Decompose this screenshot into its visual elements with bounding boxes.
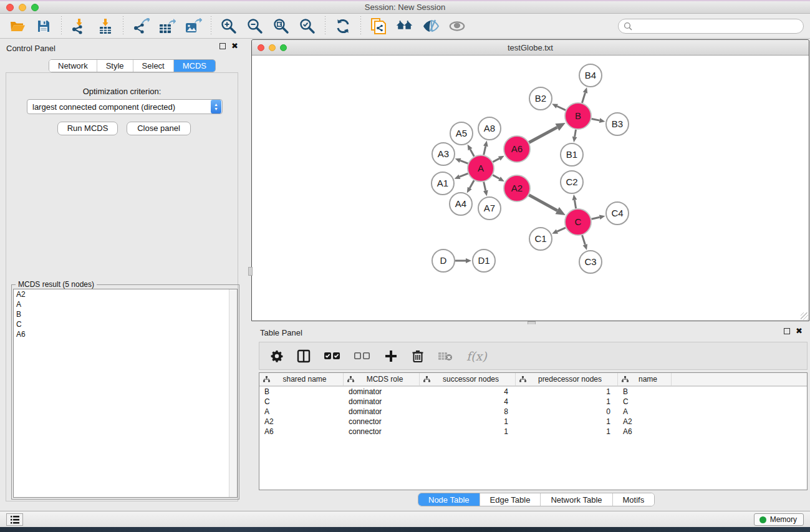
column-header-MCDS-role[interactable]: MCDS role	[344, 373, 420, 385]
graph-edge-A-A4[interactable]	[470, 180, 474, 188]
add-column-icon[interactable]	[384, 349, 398, 363]
table-cell[interactable]: B	[259, 387, 344, 397]
graph-edge-A6-B[interactable]	[529, 127, 557, 142]
graph-edge-A-A5[interactable]	[470, 149, 474, 156]
graph-edge-B-B2[interactable]	[557, 106, 566, 110]
table-cell[interactable]: A6	[259, 427, 344, 437]
tab-network-table[interactable]: Network Table	[541, 493, 612, 506]
deselect-all-checkboxes-icon[interactable]	[354, 352, 370, 360]
zoom-in-icon[interactable]	[220, 17, 238, 35]
float-panel-icon[interactable]	[219, 43, 226, 49]
tab-network[interactable]: Network	[49, 60, 97, 72]
network-canvas[interactable]: B4B2BB3A8A5A6A3B1AC2A1A2A4A7C4CC1DD1C3	[252, 56, 809, 321]
column-layout-icon[interactable]	[297, 349, 311, 363]
table-cell[interactable]: A	[259, 407, 344, 417]
show-hide-style-icon[interactable]	[422, 17, 440, 35]
tab-motifs[interactable]: Motifs	[613, 493, 655, 506]
close-panel-icon[interactable]: ✖	[231, 43, 238, 49]
table-row[interactable]: Adominator80A	[259, 407, 807, 417]
table-cell[interactable]: connector	[344, 417, 420, 427]
graph-edge-C-C3[interactable]	[582, 235, 586, 244]
show-panels-button[interactable]	[6, 513, 23, 526]
tab-edge-table[interactable]: Edge Table	[480, 493, 541, 506]
column-header-successor-nodes[interactable]: successor nodes	[420, 373, 516, 385]
table-cell[interactable]: connector	[344, 427, 420, 437]
export-network-icon[interactable]	[132, 17, 150, 35]
table-cell[interactable]: 1	[516, 417, 618, 427]
table-cell[interactable]: 0	[516, 407, 618, 417]
zoom-fit-icon[interactable]	[272, 17, 290, 35]
network-graph[interactable]: B4B2BB3A8A5A6A3B1AC2A1A2A4A7C4CC1DD1C3	[252, 56, 809, 321]
tab-style[interactable]: Style	[97, 60, 133, 72]
result-list-item[interactable]: C	[14, 319, 237, 329]
graph-edge-A-A1[interactable]	[460, 173, 468, 177]
result-list-item[interactable]: A6	[14, 329, 237, 339]
table-cell[interactable]: dominator	[344, 387, 420, 397]
column-header-predecessor-nodes[interactable]: predecessor nodes	[516, 373, 618, 385]
home-icon[interactable]	[396, 17, 413, 35]
export-image-icon[interactable]	[185, 17, 202, 35]
graph-edge-A-A6[interactable]	[493, 158, 499, 162]
clone-network-icon[interactable]	[370, 17, 387, 35]
table-cell[interactable]: C	[618, 397, 672, 407]
zoom-selected-icon[interactable]	[299, 17, 316, 35]
table-cell[interactable]: C	[259, 397, 344, 407]
table-cell[interactable]: dominator	[344, 407, 420, 417]
column-header-name[interactable]: name	[618, 373, 672, 385]
import-table-icon[interactable]	[97, 17, 114, 35]
search-input[interactable]	[635, 20, 803, 32]
table-row[interactable]: A2connector11A2	[259, 417, 807, 427]
close-panel-button[interactable]: Close panel	[127, 122, 191, 135]
run-mcds-button[interactable]: Run MCDS	[57, 122, 118, 135]
refresh-icon[interactable]	[334, 17, 352, 35]
node-table[interactable]: shared nameMCDS rolesuccessor nodesprede…	[259, 372, 808, 490]
close-table-panel-icon[interactable]: ✖	[796, 328, 803, 334]
table-cell[interactable]: 1	[516, 387, 618, 397]
float-table-panel-icon[interactable]	[784, 328, 790, 334]
table-cell[interactable]: dominator	[344, 397, 420, 407]
memory-button[interactable]: Memory	[754, 513, 804, 526]
import-network-icon[interactable]	[70, 17, 88, 35]
table-cell[interactable]: 1	[516, 397, 618, 407]
mcds-result-list[interactable]: A2ABCA6	[13, 289, 238, 498]
graph-edge-A-A3[interactable]	[460, 160, 468, 163]
criterion-dropdown[interactable]: largest connected component (directed) ▲…	[27, 99, 223, 114]
graph-edge-B-B1[interactable]	[575, 130, 576, 137]
open-session-icon[interactable]	[9, 17, 26, 35]
table-cell[interactable]: 1	[516, 427, 618, 437]
graph-edge-B-B4[interactable]	[582, 93, 585, 103]
graph-edge-C-C2[interactable]	[574, 200, 576, 209]
delete-column-icon[interactable]	[412, 349, 424, 363]
graph-edge-C-C4[interactable]	[591, 217, 599, 219]
table-cell[interactable]: 4	[420, 397, 516, 407]
table-cell[interactable]: A2	[618, 417, 672, 427]
result-list-item[interactable]: A2	[14, 289, 237, 299]
tab-select[interactable]: Select	[133, 60, 174, 72]
result-list-item[interactable]: A	[14, 299, 237, 309]
table-cell[interactable]: A6	[618, 427, 672, 437]
graph-edge-B-B3[interactable]	[592, 118, 600, 120]
table-cell[interactable]: 8	[420, 407, 516, 417]
window-resize-grip[interactable]	[801, 312, 808, 320]
table-cell[interactable]: B	[618, 387, 672, 397]
search-field[interactable]	[618, 19, 804, 34]
column-header-shared-name[interactable]: shared name	[259, 373, 344, 385]
select-all-checkboxes-icon[interactable]	[324, 352, 340, 360]
network-window-titlebar[interactable]: testGlobe.txt	[252, 40, 809, 56]
table-cell[interactable]: A2	[259, 417, 344, 427]
table-cell[interactable]: 4	[420, 387, 516, 397]
graph-edge-A-A2[interactable]	[493, 175, 499, 179]
table-cell[interactable]: A	[618, 407, 672, 417]
table-row[interactable]: Bdominator41B	[259, 387, 807, 397]
table-cell[interactable]: 1	[420, 417, 516, 427]
graph-edge-A-A8[interactable]	[484, 146, 486, 155]
graph-edge-A-A7[interactable]	[484, 181, 486, 190]
vertical-splitter-handle[interactable]	[248, 267, 253, 276]
table-cell[interactable]: 1	[420, 427, 516, 437]
zoom-out-icon[interactable]	[246, 17, 264, 35]
table-row[interactable]: Cdominator41C	[259, 397, 807, 407]
settings-gear-icon[interactable]	[271, 350, 283, 362]
tab-node-table[interactable]: Node Table	[418, 493, 480, 506]
graph-edge-C-C1[interactable]	[557, 228, 565, 231]
export-table-icon[interactable]	[158, 17, 176, 35]
